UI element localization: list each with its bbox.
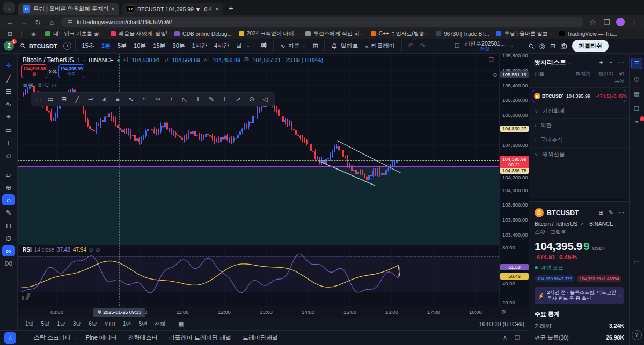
favorites-star-icon[interactable]: ☆ — [4, 332, 16, 344]
external-link-icon[interactable]: ↗ — [580, 221, 584, 227]
bookmark-network-basics[interactable]: 네트워크 기초를 공... — [45, 30, 104, 38]
zoom-in-tool-icon[interactable]: ⊕ — [2, 181, 16, 194]
timeframe-4h[interactable]: 4시간 — [211, 40, 232, 52]
price-axis[interactable]: 105,800.00105,600.00105,400.00105,200.00… — [499, 54, 529, 306]
flat-channel-icon[interactable]: ≡ — [111, 94, 124, 105]
detail-symbol[interactable]: BTCUSDT — [547, 209, 579, 217]
calendar-panel-icon[interactable]: ⊢ — [631, 256, 642, 268]
chart-pane[interactable]: Bitcoin / TetherUS 1 · BINANCE 시104,530.… — [18, 54, 499, 306]
replay-button[interactable]: « 리플레이 — [362, 40, 397, 52]
abcd-pattern-icon[interactable]: ∾ — [151, 94, 164, 105]
redo-icon[interactable]: ↷ — [417, 42, 427, 50]
alerts-panel-icon[interactable]: ◷ — [631, 73, 642, 84]
tab-strategy-tester[interactable]: 전략테스터 — [128, 334, 160, 342]
watchlist-group-forex[interactable]: › 외환 — [529, 119, 629, 133]
bookmark-crack-2024[interactable]: 2024 크랙없이 마이... — [239, 30, 298, 38]
timeframe-30m[interactable]: 30분 — [170, 40, 188, 52]
timeframe-10m[interactable]: 10분 — [131, 40, 149, 52]
rectangle-tool-icon[interactable]: ▭ — [44, 94, 57, 105]
user-avatar[interactable]: Z1 — [4, 41, 14, 51]
lock-drawings-tool-icon[interactable]: ⊓ — [2, 219, 16, 232]
bookmark-tukkaps[interactable]: 투깝스에게 직접 피... — [305, 30, 364, 38]
fib-tool-icon[interactable]: ☰ — [2, 85, 16, 98]
watchlist-title[interactable]: 왓치리스트 — [534, 58, 566, 67]
projection-drawing-icon[interactable]: ⊙ — [245, 94, 258, 105]
collapse-panel-icon[interactable]: ∧ — [503, 334, 507, 341]
bookmark-trade-96730[interactable]: 96730 | Trade BT... — [436, 31, 489, 37]
tab-replay-trading-panel[interactable]: 리플레이 트레이딩 패널 — [169, 334, 234, 342]
rsi-legend[interactable]: RSI 14 close 37.48 47.94 ∅ ∅ — [23, 247, 100, 253]
measure-tool-icon[interactable]: ▱ — [2, 168, 16, 181]
chevron-down-icon[interactable]: ⌄ — [568, 60, 572, 65]
grid-layout-icon[interactable]: ⊞ — [599, 209, 604, 216]
volume-legend[interactable]: 볼륨 · BTC ∅ — [23, 82, 56, 89]
site-settings-icon[interactable]: ☰ — [68, 19, 72, 25]
forecast-tool-icon[interactable]: ⌖ — [2, 111, 16, 123]
tab-close-icon[interactable]: × — [111, 5, 115, 13]
indicators-button[interactable]: ∿ 지표 ⌄ — [277, 40, 309, 52]
crosshair-tool-icon[interactable]: ✛ — [2, 59, 16, 72]
timeframe-1d[interactable]: 날 — [233, 40, 245, 52]
layout-grid-icon[interactable]: ⊞ — [311, 42, 321, 50]
sync-drawings-tool-icon[interactable]: ∞ — [2, 245, 15, 256]
address-bar[interactable]: ☰ kr.tradingview.com/chart/T9kJuVcW/ — [61, 17, 583, 27]
timeframe-1h[interactable]: 1시간 — [189, 40, 210, 52]
object-tree-panel-icon[interactable]: ❏ — [631, 103, 642, 114]
range-5y[interactable]: 5년 — [135, 319, 150, 329]
camera-snapshot-icon[interactable] — [560, 42, 567, 49]
timeframe-15s[interactable]: 15초 — [79, 40, 97, 52]
watchlist-group-crypto[interactable]: ∨ 가상화폐 — [529, 104, 629, 119]
timezone-clock[interactable]: 16:03:38 (UTC+9) — [479, 321, 524, 327]
publish-button[interactable]: 퍼블리쉬 — [572, 40, 609, 52]
range-ytd[interactable]: YTD — [101, 320, 119, 328]
news-panel-icon[interactable]: ▤ — [631, 88, 642, 99]
horizontal-ray-icon[interactable]: ⊸ — [84, 94, 97, 105]
timeframe-15m[interactable]: 15분 — [150, 40, 168, 52]
level-line-2[interactable] — [18, 163, 499, 163]
more-icon[interactable]: ⋯ — [618, 209, 624, 216]
bookmark-tradingview[interactable]: TradingView — Tra... — [559, 31, 617, 37]
time-axis[interactable]: 08:0010:0011:0012:0013:0014:0015:0016:00… — [18, 306, 529, 318]
symbol-title[interactable]: Bitcoin / TetherUS — [23, 56, 74, 64]
range-6mo[interactable]: 6달 — [85, 319, 100, 329]
range-all[interactable]: 전체 — [151, 319, 169, 329]
timeframes-chevron-icon[interactable]: ⌄ — [246, 43, 250, 48]
tab-pine-editor[interactable]: Pine 에디터 — [86, 334, 120, 342]
pane-separator[interactable] — [18, 245, 499, 245]
add-alert-plus-icon[interactable]: ⊕ — [493, 71, 497, 78]
chart-style-icon[interactable] — [258, 42, 269, 50]
bookmark-gdb-online[interactable]: GDB online Debug... — [174, 31, 232, 37]
watchlist-group-kr-stocks[interactable]: › 국내주식 — [529, 133, 629, 148]
watchlist-row-btcusdt[interactable]: B BTCUSDT 104,395.99 -474.51 -0.45% — [532, 90, 626, 102]
magnet-tool-icon[interactable]: ∩ — [2, 194, 15, 205]
pane-maximize-icon[interactable]: ❐ — [489, 57, 494, 63]
drawing-mode-tool-icon[interactable]: ✎ — [2, 206, 16, 219]
compare-add-icon[interactable]: + — [63, 42, 71, 50]
multichart-checkbox-icon[interactable]: ☐ — [455, 42, 460, 49]
more-icon[interactable]: ⋯ — [618, 59, 624, 67]
elliott-correction-icon[interactable]: ≈ — [138, 94, 151, 105]
watchlist-group-overseas-futures[interactable]: ∨ 해외선물 — [529, 148, 629, 162]
home-icon[interactable]: ⌂ — [47, 18, 56, 26]
tab-close-icon[interactable]: × — [215, 5, 219, 13]
bookmark-star-icon[interactable]: ☆ — [588, 18, 597, 26]
browser-profile-avatar[interactable] — [616, 18, 625, 26]
layout-name-menu[interactable]: 강민수202501... 저장 — [465, 41, 505, 52]
pie-icon[interactable]: ◔ — [609, 59, 612, 67]
text-drawing-icon[interactable]: T — [192, 94, 204, 105]
extensions-icon[interactable]: ❒ — [602, 18, 611, 26]
add-symbol-icon[interactable]: + — [599, 59, 603, 67]
new-tab-button[interactable]: + — [229, 3, 233, 12]
globe-bookmark-icon[interactable]: ◉ — [29, 31, 38, 37]
price-label-icon[interactable]: ◁ — [259, 94, 272, 105]
timeframe-5m[interactable]: 5분 — [115, 40, 129, 52]
chat-panel-icon[interactable]: ❞1 — [631, 118, 642, 129]
save-status[interactable]: 저장 — [480, 46, 489, 52]
favorite-drawings-toolbar[interactable]: ⋮⋮ ▭⊞╱⊸⋞≡∿≈∾≀◺T✎Ŧ↗⊙◁ — [31, 92, 275, 106]
chart-settings-icon[interactable]: ◎ — [539, 42, 545, 50]
bid-pill[interactable]: 104,395.98×3.332 — [535, 275, 575, 282]
browser-menu-icon[interactable]: ⋮ — [630, 18, 639, 26]
brush-drawing-icon[interactable]: ✎ — [205, 94, 218, 105]
watchlist-panel-icon[interactable]: ☰ — [631, 58, 642, 69]
purple-level-line[interactable] — [18, 166, 499, 167]
